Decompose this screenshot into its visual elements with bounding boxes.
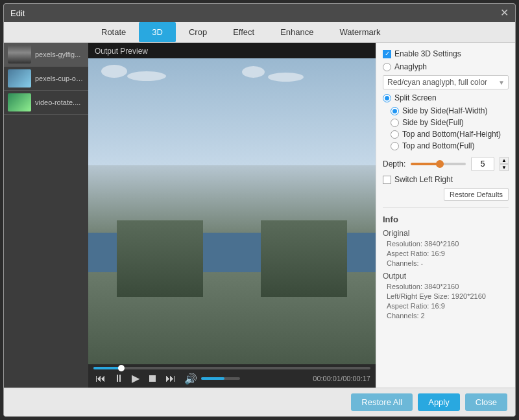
time-display: 00:00:01/00:00:17	[313, 375, 370, 382]
progress-bar[interactable]	[93, 367, 370, 369]
split-option-2-label: Top and Bottom(Half-Height)	[402, 130, 501, 139]
enable-3d-checkbox[interactable]: ✓ Enable 3D Settings	[383, 49, 509, 58]
pause-button[interactable]: ⏸	[112, 372, 126, 385]
playback-controls: ⏮ ⏸ ▶ ⏹ ⏭ 🔊 00:00:01/00:00:17	[93, 372, 370, 385]
stop-button[interactable]: ⏹	[145, 372, 160, 385]
depth-label: Depth:	[383, 159, 405, 169]
depth-slider[interactable]	[411, 163, 466, 165]
switch-lr-checkbox[interactable]: Switch Left Right	[383, 175, 509, 184]
skip-back-button[interactable]: ⏮	[93, 372, 108, 385]
sidebar-label-0: pexels-gylfig...	[35, 51, 80, 58]
anaglyph-label: Anaglyph	[394, 62, 427, 71]
sidebar-thumb-2	[8, 93, 31, 111]
sidebar-item-0[interactable]: pexels-gylfig...	[4, 43, 88, 67]
close-button[interactable]: Close	[465, 393, 507, 411]
anaglyph-dropdown-wrapper: Red/cyan anaglyph, full color Red/cyan a…	[383, 75, 509, 89]
output-title: Output	[383, 272, 509, 281]
split-screen-label: Split Screen	[394, 93, 437, 102]
split-option-1-radio-icon	[391, 119, 399, 127]
tab-rotate[interactable]: Rotate	[88, 22, 139, 42]
original-title: Original	[383, 229, 509, 238]
tab-crop[interactable]: Crop	[176, 22, 220, 42]
output-resolution: Resolution: 3840*2160	[383, 283, 509, 290]
title-bar: Edit ✕	[4, 4, 515, 22]
title-bar-left: Edit	[10, 8, 25, 18]
depth-spin-up[interactable]: ▲	[500, 157, 509, 164]
anaglyph-dropdown[interactable]: Red/cyan anaglyph, full color Red/cyan a…	[383, 75, 509, 89]
depth-input[interactable]	[471, 157, 494, 171]
dialog-title: Edit	[10, 8, 25, 18]
cloud-right-1	[242, 66, 265, 78]
time-current: 00:00:01	[313, 375, 341, 382]
original-channels: Channels: -	[383, 259, 509, 267]
depth-row: Depth: ▲ ▼	[383, 157, 509, 171]
progress-thumb	[118, 365, 125, 371]
depth-slider-thumb	[436, 160, 444, 168]
tab-enhance[interactable]: Enhance	[267, 22, 326, 42]
split-option-0-label: Side by Side(Half-Width)	[402, 106, 487, 115]
output-channels: Channels: 2	[383, 312, 509, 320]
cloud-right-2	[268, 73, 304, 82]
enable-3d-label: Enable 3D Settings	[394, 49, 461, 58]
main-content: pexels-gylfig... pexels-cup-of-... video…	[4, 43, 515, 388]
output-aspect-ratio: Aspect Ratio: 16:9	[383, 302, 509, 310]
split-option-0[interactable]: Side by Side(Half-Width)	[391, 106, 509, 115]
sidebar-thumb-0	[8, 45, 31, 64]
cloud-left-1	[101, 65, 127, 78]
bottom-bar: Restore All Apply Close	[4, 388, 515, 416]
file-sidebar: pexels-gylfig... pexels-cup-of-... video…	[4, 43, 88, 388]
restore-all-button[interactable]: Restore All	[351, 393, 413, 411]
volume-slider[interactable]	[201, 377, 240, 380]
video-half-right	[232, 58, 376, 364]
time-total: 00:00:17	[343, 375, 370, 382]
sidebar-label-2: video-rotate....	[35, 99, 80, 106]
video-half-left	[88, 58, 232, 364]
original-resolution: Resolution: 3840*2160	[383, 240, 509, 248]
info-section: Info Original Resolution: 3840*2160 Aspe…	[383, 215, 509, 320]
enable-3d-check-icon: ✓	[383, 50, 391, 58]
sidebar-thumb-1	[8, 69, 31, 88]
sidebar-item-2[interactable]: video-rotate....	[4, 91, 88, 115]
skip-forward-button[interactable]: ⏭	[163, 372, 178, 385]
split-option-1[interactable]: Side by Side(Full)	[391, 118, 509, 127]
tab-effect[interactable]: Effect	[220, 22, 267, 42]
right-panel: ✓ Enable 3D Settings Anaglyph Red/cyan a…	[376, 43, 515, 388]
close-icon[interactable]: ✕	[500, 8, 509, 18]
depth-spin-buttons: ▲ ▼	[500, 157, 509, 171]
volume-icon: 🔊	[184, 373, 197, 385]
sidebar-item-1[interactable]: pexels-cup-of-...	[4, 67, 88, 91]
progress-fill	[93, 367, 121, 369]
restore-defaults-container: Restore Defaults	[383, 188, 509, 201]
split-option-3-radio-icon	[391, 142, 399, 150]
output-eye-size: Left/Right Eye Size: 1920*2160	[383, 292, 509, 300]
tab-bar: Rotate 3D Crop Effect Enhance Watermark	[4, 22, 515, 43]
restore-defaults-button[interactable]: Restore Defaults	[444, 188, 509, 201]
sky-left	[88, 58, 232, 165]
split-option-1-label: Side by Side(Full)	[402, 118, 464, 127]
apply-button[interactable]: Apply	[418, 393, 460, 411]
tab-watermark[interactable]: Watermark	[326, 22, 393, 42]
cloud-left-2	[127, 71, 166, 81]
video-scene-left	[88, 58, 232, 364]
split-video	[88, 58, 376, 364]
thumb-img-rotate	[8, 93, 31, 111]
info-title: Info	[383, 215, 509, 224]
volume-fill	[201, 377, 224, 380]
radio-dot	[385, 96, 389, 100]
split-screen-radio[interactable]: Split Screen	[383, 93, 509, 102]
split-option-2[interactable]: Top and Bottom(Half-Height)	[391, 130, 509, 139]
sky-right	[232, 58, 376, 165]
anaglyph-radio-icon	[383, 63, 391, 71]
depth-spin-down[interactable]: ▼	[500, 164, 509, 171]
sidebar-label-1: pexels-cup-of-...	[35, 75, 84, 82]
anaglyph-radio[interactable]: Anaglyph	[383, 62, 509, 71]
original-aspect-ratio: Aspect Ratio: 16:9	[383, 250, 509, 257]
divider-1	[383, 207, 509, 208]
thumb-img-cup	[8, 69, 31, 88]
play-button[interactable]: ▶	[130, 372, 141, 385]
split-option-3[interactable]: Top and Bottom(Full)	[391, 141, 509, 150]
switch-lr-label: Switch Left Right	[394, 175, 453, 184]
tab-3d[interactable]: 3D	[139, 22, 176, 42]
preview-label: Output Preview	[88, 43, 376, 58]
split-option-2-radio-icon	[391, 130, 399, 139]
